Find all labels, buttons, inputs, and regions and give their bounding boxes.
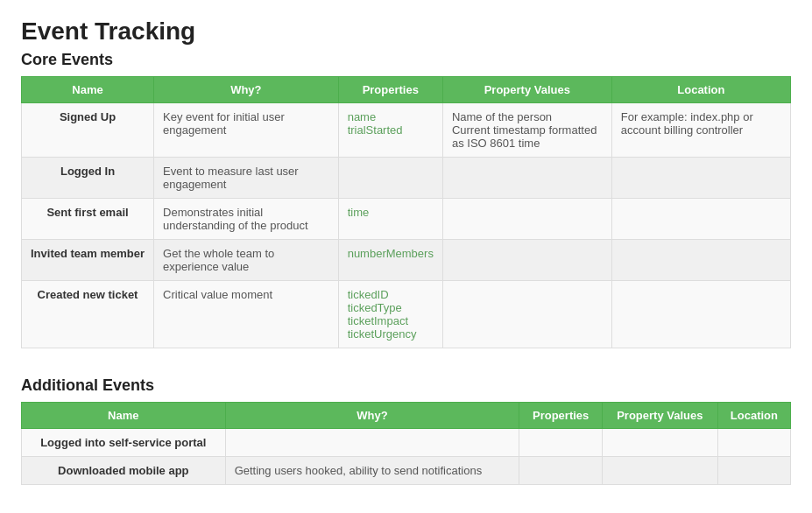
cell-0-3 [602,429,717,457]
table-row: Downloaded mobile appGetting users hooke… [22,457,791,485]
col-header-3: Property Values [442,77,611,103]
cell-4-1: Critical value moment [154,281,339,348]
cell-1-4 [717,457,790,485]
cell-1-3 [442,158,611,199]
cell-1-3 [602,457,717,485]
col-header-4: Location [611,77,790,103]
cell-1-0: Downloaded mobile app [22,457,226,485]
table-row: Logged InEvent to measure last user enga… [22,158,791,199]
col-header-3: Property Values [602,403,717,429]
section-1: Additional EventsNameWhy?PropertiesPrope… [21,376,791,485]
section-heading-0: Core Events [21,51,791,69]
cell-0-2: nametrialStarted [338,103,442,158]
col-header-2: Properties [338,77,442,103]
cell-4-3 [442,281,611,348]
cell-1-4 [611,158,790,199]
table-row: Created new ticketCritical value momentt… [22,281,791,348]
cell-2-3 [442,199,611,240]
cell-3-2: numberMembers [338,240,442,281]
cell-1-2 [519,457,602,485]
cell-3-1: Get the whole team to experience value [154,240,339,281]
cell-3-4 [611,240,790,281]
col-header-1: Why? [154,77,339,103]
cell-0-1: Key event for initial user engagement [154,103,339,158]
cell-0-0: Signed Up [22,103,154,158]
cell-0-0: Logged into self-service portal [22,429,226,457]
table-row: Invited team memberGet the whole team to… [22,240,791,281]
table-row: Signed UpKey event for initial user enga… [22,103,791,158]
cell-4-4 [611,281,790,348]
cell-3-0: Invited team member [22,240,154,281]
cell-3-3 [442,240,611,281]
col-header-0: Name [22,77,154,103]
col-header-0: Name [22,403,226,429]
col-header-2: Properties [519,403,602,429]
cell-0-1 [225,429,519,457]
cell-1-1: Getting users hooked, ability to send no… [225,457,519,485]
cell-4-0: Created new ticket [22,281,154,348]
cell-4-2: tickedIDtickedTypeticketImpactticketUrge… [338,281,442,348]
section-0: Core EventsNameWhy?PropertiesProperty Va… [21,51,791,348]
cell-0-2 [519,429,602,457]
cell-2-1: Demonstrates initial understanding of th… [154,199,339,240]
cell-0-4 [717,429,790,457]
cell-0-4: For example: index.php or account billin… [611,103,790,158]
page-title: Event Tracking [21,18,791,46]
col-header-1: Why? [225,403,519,429]
cell-0-3: Name of the personCurrent timestamp form… [442,103,611,158]
table-0: NameWhy?PropertiesProperty ValuesLocatio… [21,76,791,348]
table-row: Sent first emailDemonstrates initial und… [22,199,791,240]
table-row: Logged into self-service portal [22,429,791,457]
section-heading-1: Additional Events [21,376,791,395]
cell-1-0: Logged In [22,158,154,199]
cell-1-2 [338,158,442,199]
cell-2-4 [611,199,790,240]
cell-1-1: Event to measure last user engagement [154,158,339,199]
col-header-4: Location [717,403,790,429]
cell-2-0: Sent first email [22,199,154,240]
table-1: NameWhy?PropertiesProperty ValuesLocatio… [21,402,791,485]
cell-2-2: time [338,199,442,240]
